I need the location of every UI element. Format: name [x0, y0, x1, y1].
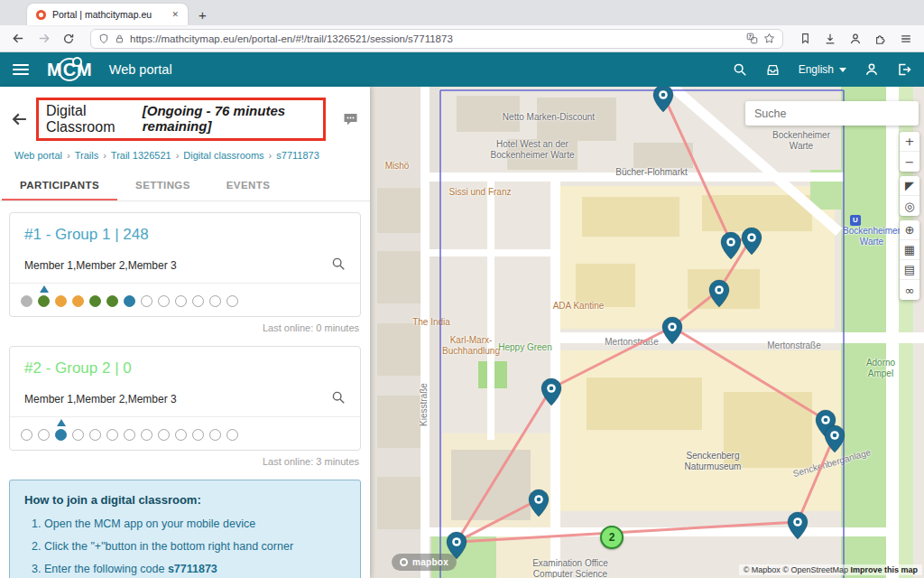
mapbox-logo[interactable]: mapbox: [392, 554, 457, 571]
group-list: #1 - Group 1 | 248Member 1,Member 2,Memb…: [0, 201, 370, 467]
progress-dot: [21, 295, 32, 307]
browser-tab[interactable]: Portal | mathcitymap.eu ✕: [27, 4, 188, 25]
inbox-icon[interactable]: [765, 62, 781, 77]
map-pin[interactable]: [662, 317, 682, 344]
tab-bar: PARTICIPANTSSETTINGSEVENTS: [0, 170, 370, 201]
session-status: [Ongoing - 76 minutes remaining]: [143, 103, 316, 134]
app-header: MCM Web portal English: [0, 52, 924, 87]
breadcrumb-item[interactable]: Digital classrooms: [183, 150, 263, 161]
progress-dot: [124, 295, 135, 307]
breadcrumb-separator: ›: [269, 150, 273, 161]
translate-icon[interactable]: [746, 33, 758, 44]
compass-button[interactable]: ◤: [900, 176, 919, 196]
breadcrumb-separator: ›: [176, 150, 180, 161]
howto-box: How to join a digital classroom: Open th…: [9, 480, 361, 578]
progress-pointer: [40, 285, 49, 293]
breadcrumb-item[interactable]: Web portal: [14, 150, 62, 161]
howto-step: Enter the following code s7711873: [44, 561, 346, 577]
magnifier-icon[interactable]: [331, 256, 346, 274]
tab-close-icon[interactable]: ✕: [171, 10, 179, 19]
progress-dot: [209, 295, 221, 307]
breadcrumb-item[interactable]: Trails: [75, 150, 98, 161]
progress-dot: [21, 429, 32, 441]
back-arrow-icon[interactable]: [11, 110, 29, 128]
language-label: English: [799, 63, 834, 76]
breadcrumb-item[interactable]: Trail 1326521: [111, 150, 171, 161]
session-panel: Digital Classroom [Ongoing - 76 minutes …: [0, 87, 370, 578]
globe-button[interactable]: ⊕: [900, 220, 919, 240]
progress-dot: [141, 429, 152, 441]
buildings-button[interactable]: ▦: [900, 240, 919, 260]
menu-icon[interactable]: [895, 29, 917, 49]
mapbox-logo-text: mapbox: [412, 557, 448, 567]
map-search-box[interactable]: [745, 101, 919, 126]
progress-dot: [192, 295, 204, 307]
site-favicon-icon: [36, 10, 46, 20]
lock-icon: [115, 33, 125, 44]
last-online: Last online: 3 minutes: [11, 456, 359, 467]
map-pin[interactable]: [709, 280, 729, 307]
group-members: Member 1,Member 2,Member 3: [24, 393, 177, 406]
group-title: #1 - Group 1 | 248: [24, 226, 346, 244]
bookmarks-icon[interactable]: [794, 29, 816, 49]
zoom-out-button[interactable]: −: [900, 152, 919, 172]
sidebar-menu-icon[interactable]: [13, 64, 29, 75]
share-button[interactable]: ∞: [900, 280, 919, 300]
layers-button[interactable]: ▤: [900, 260, 919, 280]
trail-route-line: [457, 95, 835, 542]
account-icon[interactable]: [845, 29, 866, 49]
extensions-icon[interactable]: [870, 29, 892, 49]
chat-icon[interactable]: [342, 111, 359, 127]
download-icon[interactable]: [819, 29, 841, 49]
howto-heading: How to join a digital classroom:: [24, 493, 346, 507]
group-position-marker[interactable]: 2: [600, 526, 624, 549]
breadcrumb: Web portal›Trails›Trail 1326521›Digital …: [0, 146, 370, 170]
language-selector[interactable]: English: [799, 63, 846, 76]
progress-dot: [38, 295, 50, 307]
logout-icon[interactable]: [897, 62, 911, 77]
mcm-logo[interactable]: MCM: [43, 60, 97, 80]
user-icon[interactable]: [864, 62, 879, 77]
search-icon[interactable]: [733, 62, 747, 77]
browser-tab-strip: Portal | mathcitymap.eu ✕ +: [0, 0, 924, 25]
progress-dot: [175, 429, 187, 441]
progress-dot: [141, 295, 152, 307]
breadcrumb-item[interactable]: s7711873: [276, 150, 319, 161]
join-code: s7711873: [168, 563, 217, 575]
group-card: #1 - Group 1 | 248Member 1,Member 2,Memb…: [9, 212, 361, 317]
map-controls: +−◤◎⊕▦▤∞: [900, 132, 919, 300]
progress-dot: [158, 429, 170, 441]
progress-dot: [55, 429, 67, 441]
progress-dot: [38, 429, 50, 441]
compass-ring-icon: [58, 58, 81, 81]
map[interactable]: Netto Marken-DiscountHotel West an der B…: [370, 87, 924, 578]
map-pin[interactable]: [788, 512, 808, 539]
map-pin[interactable]: [529, 489, 549, 517]
tab-settings[interactable]: SETTINGS: [117, 170, 208, 200]
last-online: Last online: 0 minutes: [11, 322, 359, 333]
map-overlay: [370, 87, 924, 578]
tab-participants[interactable]: PARTICIPANTS: [2, 170, 117, 200]
tab-events[interactable]: EVENTS: [208, 170, 288, 200]
progress-dot: [72, 429, 84, 441]
new-tab-button[interactable]: +: [199, 7, 207, 25]
session-title-highlight: Digital Classroom [Ongoing - 76 minutes …: [36, 98, 326, 141]
progress-dot: [55, 295, 67, 307]
reload-icon[interactable]: [58, 29, 79, 49]
magnifier-icon[interactable]: [331, 390, 346, 407]
forward-icon[interactable]: [32, 29, 54, 49]
locate-button[interactable]: ◎: [900, 196, 919, 216]
improve-map-link[interactable]: Improve this map: [850, 565, 918, 574]
bookmark-star-icon[interactable]: [763, 33, 775, 44]
map-search-input[interactable]: [745, 101, 919, 126]
chevron-down-icon: [839, 68, 846, 72]
tab-title: Portal | mathcitymap.eu: [52, 9, 165, 20]
progress-dot: [89, 295, 101, 307]
map-pin[interactable]: [721, 232, 741, 259]
url-bar[interactable]: https://mathcitymap.eu/en/portal-en/#!/t…: [90, 29, 783, 49]
shield-icon: [98, 33, 109, 44]
progress-dot: [124, 429, 135, 441]
back-icon[interactable]: [7, 29, 29, 49]
portal-title: Web portal: [109, 62, 172, 77]
zoom-in-button[interactable]: +: [900, 132, 919, 152]
